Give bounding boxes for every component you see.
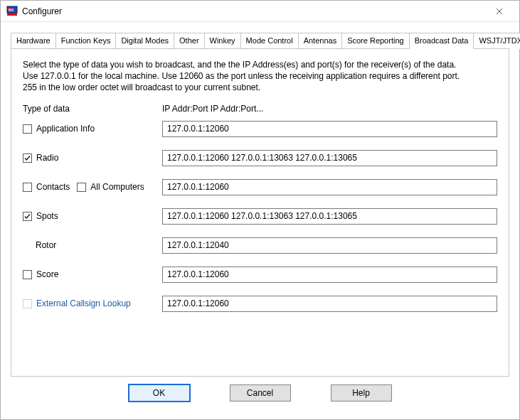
score-addr-input[interactable]	[162, 266, 497, 283]
app-icon: N1	[6, 6, 18, 17]
tab-other[interactable]: Other	[174, 33, 205, 49]
tab-function-keys[interactable]: Function Keys	[55, 33, 117, 49]
close-icon	[496, 8, 503, 15]
row-application-info: Application Info	[23, 121, 497, 137]
col-type-label: Type of data	[23, 104, 162, 114]
column-headers: Type of data IP Addr:Port IP Addr:Port..…	[23, 104, 497, 114]
application-info-label[interactable]: Application Info	[36, 124, 95, 134]
row-score: Score	[23, 266, 497, 283]
row-external-callsign-lookup: External Callsign Lookup	[23, 296, 497, 312]
configurer-window: N1 Configurer Hardware Function Keys Dig…	[0, 0, 520, 420]
contacts-addr-input[interactable]	[162, 179, 497, 195]
intro-line-1: Select the type of data you wish to broa…	[23, 59, 497, 70]
all-computers-checkbox[interactable]	[77, 183, 86, 192]
tab-score-reporting[interactable]: Score Reporting	[341, 33, 410, 49]
tab-panel-broadcast-data: Select the type of data you wish to broa…	[11, 48, 509, 377]
spots-addr-input[interactable]	[162, 208, 497, 225]
score-checkbox[interactable]	[23, 270, 32, 279]
dialog-button-row: OK Cancel Help	[11, 377, 509, 409]
tab-mode-control[interactable]: Mode Control	[240, 33, 299, 49]
check-icon	[23, 212, 31, 220]
client-area: Hardware Function Keys Digital Modes Oth…	[1, 22, 519, 419]
check-icon	[23, 154, 31, 162]
svg-rect-2	[7, 13, 17, 16]
intro-line-3: 255 in the low order octet will broadcas…	[23, 82, 497, 93]
spots-label[interactable]: Spots	[36, 211, 58, 221]
all-computers-label[interactable]: All Computers	[90, 182, 144, 192]
tab-hardware[interactable]: Hardware	[11, 33, 56, 49]
tab-antennas[interactable]: Antennas	[298, 33, 342, 49]
ok-button[interactable]: OK	[129, 384, 190, 402]
application-info-addr-input[interactable]	[162, 121, 497, 137]
help-button[interactable]: Help	[331, 384, 392, 402]
radio-label[interactable]: Radio	[36, 153, 58, 163]
spots-checkbox[interactable]	[23, 212, 32, 221]
external-callsign-lookup-addr-input[interactable]	[162, 296, 497, 312]
row-contacts: Contacts All Computers	[23, 179, 497, 195]
row-radio: Radio	[23, 150, 497, 166]
tab-broadcast-data[interactable]: Broadcast Data	[409, 33, 474, 49]
svg-text:N1: N1	[9, 8, 14, 12]
rotor-addr-input[interactable]	[162, 237, 497, 254]
tabstrip: Hardware Function Keys Digital Modes Oth…	[11, 32, 509, 48]
score-label[interactable]: Score	[36, 269, 58, 279]
titlebar: N1 Configurer	[1, 1, 519, 22]
col-addr-label: IP Addr:Port IP Addr:Port...	[162, 104, 497, 114]
row-rotor: Rotor	[23, 237, 497, 254]
window-title: Configurer	[22, 6, 485, 16]
window-close-button[interactable]	[485, 1, 514, 21]
tab-winkey[interactable]: Winkey	[204, 33, 241, 49]
intro-line-2: Use 127.0.0.1 for the local machine. Use…	[23, 70, 497, 82]
intro-text: Select the type of data you wish to broa…	[23, 59, 497, 94]
application-info-checkbox[interactable]	[23, 124, 32, 134]
external-callsign-lookup-checkbox[interactable]	[23, 299, 32, 308]
row-spots: Spots	[23, 208, 497, 225]
radio-checkbox[interactable]	[23, 154, 32, 163]
tab-wsjt-jtdx-setup[interactable]: WSJT/JTDX Setup	[473, 33, 520, 49]
tab-digital-modes[interactable]: Digital Modes	[115, 33, 174, 49]
radio-addr-input[interactable]	[162, 150, 497, 166]
rotor-label: Rotor	[36, 240, 56, 250]
cancel-button[interactable]: Cancel	[230, 384, 291, 402]
contacts-label[interactable]: Contacts	[36, 182, 70, 192]
external-callsign-lookup-label[interactable]: External Callsign Lookup	[36, 298, 131, 308]
contacts-checkbox[interactable]	[23, 183, 32, 192]
